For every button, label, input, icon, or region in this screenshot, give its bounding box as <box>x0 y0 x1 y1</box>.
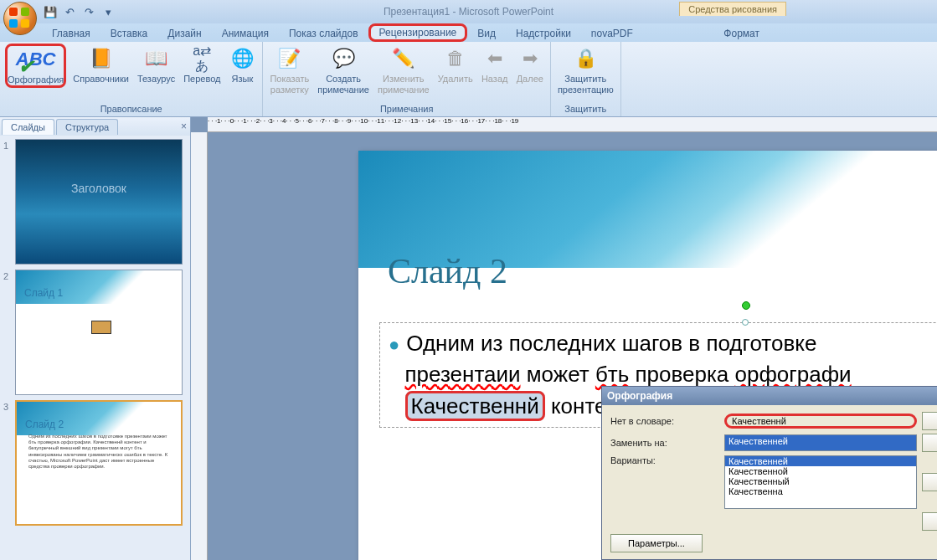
tab-animation[interactable]: Анимация <box>212 25 279 42</box>
tab-view[interactable]: Вид <box>467 25 506 42</box>
tab-review[interactable]: Рецензирование <box>368 23 468 42</box>
value-not-in-dict: Качественнй <box>724 414 917 429</box>
qat-more-icon[interactable]: ▾ <box>100 3 116 20</box>
resize-handle[interactable] <box>742 319 749 326</box>
ribbon-group-comments: 📝 Показать разметку 💬 Создать примечание… <box>263 42 550 116</box>
ribbon: ABC✔ Орфография 📙 Справочники 📖 Тезаурус… <box>0 42 937 117</box>
group-label-proofing: Правописание <box>5 103 257 115</box>
previous-comment-button[interactable]: ⬅ Назад <box>480 44 510 86</box>
tab-format[interactable]: Формат <box>713 25 770 42</box>
previous-icon: ⬅ <box>481 45 508 72</box>
rotate-handle[interactable] <box>742 301 750 310</box>
delete-comment-button[interactable]: 🗑 Удалить <box>436 44 475 86</box>
spelling-button[interactable]: ABC✔ Орфография <box>5 44 66 88</box>
thumbtab-outline[interactable]: Структура <box>56 119 118 135</box>
translate-icon: a⇄あ <box>188 45 215 72</box>
ruler-horizontal: · · ·1· · ·0· · ·1· · ·2· · ·3· · ·4· · … <box>208 117 937 132</box>
variants-list[interactable]: Качественней Качественной Качественный К… <box>724 455 917 509</box>
ribbon-group-proofing: ABC✔ Орфография 📙 Справочники 📖 Тезаурус… <box>0 42 263 116</box>
show-markup-button[interactable]: 📝 Показать разметку <box>268 44 311 96</box>
protect-button[interactable]: 🔒 Защитить презентацию <box>556 44 615 96</box>
options-button[interactable]: Параметры... <box>610 534 703 552</box>
ruler-vertical <box>191 132 208 560</box>
add-button[interactable]: Добавить <box>922 473 937 491</box>
research-icon: 📙 <box>88 45 115 72</box>
title-bar: 💾 ↶ ↷ ▾ Презентация1 - Microsoft PowerPo… <box>0 0 937 23</box>
new-comment-button[interactable]: 💬 Создать примечание <box>316 44 371 96</box>
language-button[interactable]: 🌐 Язык <box>227 44 257 86</box>
language-icon: 🌐 <box>229 45 255 72</box>
tab-design[interactable]: Дизайн <box>157 25 211 42</box>
tab-insert[interactable]: Вставка <box>100 25 158 42</box>
thesaurus-button[interactable]: 📖 Тезаурус <box>136 44 177 86</box>
edit-comment-icon: ✏️ <box>390 45 417 72</box>
label-change-to: Заменить на: <box>610 438 719 448</box>
thumb-2[interactable]: 2 Слайд 1 <box>3 270 187 395</box>
variant-option[interactable]: Качественной <box>725 466 916 476</box>
tab-novapdf[interactable]: novaPDF <box>581 25 643 42</box>
change-button[interactable]: Заменить <box>922 434 937 452</box>
tab-home[interactable]: Главная <box>42 25 100 42</box>
group-label-protect: Защитить <box>556 103 615 115</box>
contextual-tab-label: Средства рисования <box>679 2 786 16</box>
ribbon-group-protect: 🔒 Защитить презентацию Защитить <box>551 42 621 116</box>
window-title: Презентация1 - Microsoft PowerPoint <box>384 6 553 18</box>
research-button[interactable]: 📙 Справочники <box>71 44 131 86</box>
tab-addins[interactable]: Надстройки <box>506 25 581 42</box>
new-comment-icon: 💬 <box>330 45 357 72</box>
variant-option[interactable]: Качественней <box>725 456 916 466</box>
slide-title[interactable]: Слайд 2 <box>388 251 507 291</box>
thumb-1[interactable]: 1 Заголовок <box>3 139 187 265</box>
variant-option[interactable]: Качественна <box>725 486 916 496</box>
close-pane-icon[interactable]: × <box>181 121 187 132</box>
ignore-button[interactable]: Пропустить <box>922 412 937 430</box>
thumbtab-slides[interactable]: Слайды <box>2 119 54 135</box>
spelling-dialog: Орфография ? × Нет в словаре: Качественн… <box>601 386 937 560</box>
dialog-titlebar[interactable]: Орфография ? × <box>602 387 937 405</box>
autocorrect-button[interactable]: Автозамена <box>922 512 937 531</box>
thumb-3[interactable]: 3 Слайд 2 Одним из последних шагов в под… <box>3 400 187 526</box>
quick-access-toolbar: 💾 ↶ ↷ ▾ <box>42 3 116 20</box>
protect-icon: 🔒 <box>572 45 599 72</box>
spelling-icon: ABC✔ <box>23 46 49 73</box>
tab-slideshow[interactable]: Показ слайдов <box>279 25 368 42</box>
change-to-input[interactable]: Качественней <box>724 434 917 451</box>
slide-editor: · · ·1· · ·0· · ·1· · ·2· · ·3· · ·4· · … <box>191 117 937 560</box>
ribbon-tabs: Главная Вставка Дизайн Анимация Показ сл… <box>0 23 937 42</box>
thumbnail-pane: Слайды Структура × 1 Заголовок 2 Слайд 1… <box>0 117 191 560</box>
next-icon: ➡ <box>517 45 543 72</box>
label-not-in-dict: Нет в словаре: <box>610 416 719 426</box>
undo-icon[interactable]: ↶ <box>61 3 78 20</box>
redo-icon[interactable]: ↷ <box>80 3 97 20</box>
thesaurus-icon: 📖 <box>143 45 170 72</box>
edit-comment-button[interactable]: ✏️ Изменить примечание <box>376 44 431 96</box>
workspace: Слайды Структура × 1 Заголовок 2 Слайд 1… <box>0 117 937 560</box>
next-comment-button[interactable]: ➡ Далее <box>515 44 545 86</box>
bullet-icon: ● <box>389 334 399 355</box>
label-variants: Варианты: <box>610 455 719 465</box>
save-icon[interactable]: 💾 <box>42 3 59 20</box>
office-button[interactable] <box>3 2 37 35</box>
delete-icon: 🗑 <box>442 45 469 72</box>
translate-button[interactable]: a⇄あ Перевод <box>182 44 222 86</box>
spellcheck-highlight: Качественнй <box>405 391 545 421</box>
markup-icon: 📝 <box>276 45 303 72</box>
group-label-comments: Примечания <box>268 103 544 115</box>
variant-option[interactable]: Качественный <box>725 476 916 486</box>
